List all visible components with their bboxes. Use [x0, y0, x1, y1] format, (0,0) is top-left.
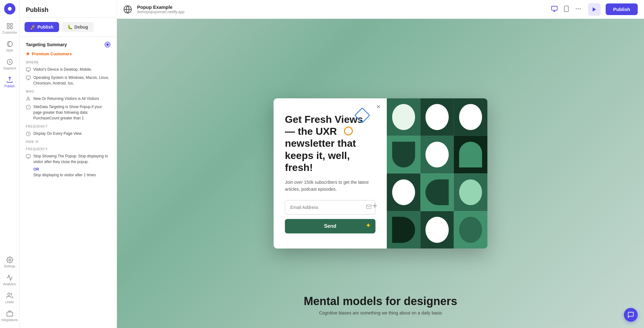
- who-visitors-row: New Or Returning Visitors is All Visitor…: [26, 96, 110, 101]
- geo-shape: [425, 142, 448, 167]
- geo-shape: [425, 217, 448, 243]
- geo-shape: [425, 104, 448, 130]
- rocket-icon: 🚀: [30, 25, 36, 30]
- who-label: WHO: [26, 90, 110, 93]
- data-icon: [26, 105, 31, 110]
- geo-cell: [387, 98, 420, 136]
- popup-modal: ✕ Get Fresh Views — the UXR newsletter t…: [274, 98, 487, 249]
- sidebar-item-publish[interactable]: Publish: [0, 73, 19, 91]
- svg-point-25: [580, 8, 580, 9]
- popup-right: [387, 98, 487, 249]
- sidebar-item-segment[interactable]: Segment: [0, 55, 19, 73]
- mobile-icon: [563, 5, 570, 12]
- sidebar-item-analytics[interactable]: Analytics: [0, 271, 19, 289]
- geo-shape: [459, 217, 482, 243]
- geo-grid: [387, 98, 487, 249]
- icon-bar: Customize Style Segment Publish Settings…: [0, 0, 19, 328]
- monitor-icon-2: [26, 75, 31, 80]
- sidebar-tabs: 🚀 Publish 🐛 Debug: [19, 18, 117, 37]
- geo-shape: [392, 104, 415, 130]
- geo-cell: [387, 211, 420, 249]
- svg-rect-20: [552, 6, 557, 10]
- popup-close-button[interactable]: ✕: [374, 103, 382, 111]
- geo-cell: [420, 136, 454, 173]
- geo-shape: [459, 179, 482, 205]
- geo-shape: [459, 104, 482, 130]
- preview-area: Mental models for designers Cognitive bi…: [117, 19, 644, 328]
- publish-top-button[interactable]: Publish: [606, 3, 638, 15]
- svg-point-23: [576, 8, 576, 9]
- publish-tab[interactable]: 🚀 Publish: [25, 22, 59, 32]
- geo-cell: [454, 211, 487, 249]
- premium-badge: ★ Premium Customers: [26, 51, 110, 56]
- email-input[interactable]: [285, 200, 375, 215]
- geo-cell: [387, 173, 420, 211]
- more-options-button[interactable]: [574, 4, 583, 14]
- chat-icon: [627, 311, 634, 318]
- svg-rect-3: [7, 27, 9, 29]
- geo-cell: [454, 98, 487, 136]
- geo-cell: [454, 136, 487, 173]
- popup-subtitle: Join over 150k subscribers to get the la…: [285, 179, 375, 193]
- preview-button[interactable]: [588, 3, 601, 16]
- globe-icon: [123, 5, 132, 14]
- sidebar-item-customize[interactable]: Customize: [0, 19, 19, 37]
- bug-icon: 🐛: [67, 25, 73, 30]
- geo-cell: [387, 136, 420, 173]
- top-bar: Popup Example demopopupsmart.netlify.app…: [117, 0, 644, 19]
- popup-left: ✕ Get Fresh Views — the UXR newsletter t…: [274, 98, 387, 249]
- svg-rect-11: [26, 76, 30, 79]
- svg-point-12: [27, 97, 29, 99]
- star-shape: ✦: [365, 221, 371, 230]
- more-icon: [575, 5, 582, 12]
- mobile-view-button[interactable]: [562, 4, 571, 14]
- person-icon: [26, 96, 31, 101]
- svg-point-5: [7, 41, 12, 47]
- email-input-wrap: [285, 200, 375, 215]
- sidebar-item-settings[interactable]: Settings: [0, 253, 19, 271]
- chat-button[interactable]: [624, 308, 638, 322]
- popup-overlay: ✕ Get Fresh Views — the UXR newsletter t…: [117, 19, 644, 328]
- desktop-icon: [551, 5, 558, 12]
- or-text: OR: [33, 167, 110, 172]
- svg-rect-4: [10, 27, 12, 29]
- targeting-summary-title: Targeting Summary: [26, 42, 110, 47]
- who-sitedata-row: SiteData Targeting is Show Popup if your…: [26, 104, 110, 121]
- send-button[interactable]: Send: [285, 219, 375, 233]
- app-logo[interactable]: [4, 3, 15, 14]
- desktop-view-button[interactable]: [550, 4, 559, 14]
- svg-rect-1: [7, 24, 9, 25]
- frequency-row: Display On Every Page View.: [26, 131, 110, 136]
- geo-cell: [420, 98, 454, 136]
- svg-rect-2: [10, 24, 12, 25]
- sidebar-item-integrations[interactable]: Integrations: [0, 307, 19, 325]
- geo-cell: [420, 211, 454, 249]
- monitor-stop-icon: [26, 154, 31, 159]
- where-os-row: Operating System is Windows, Macos, Linu…: [26, 75, 110, 86]
- geo-shape: [425, 179, 448, 205]
- sidebar-title: Publish: [26, 6, 110, 14]
- email-icon: [366, 204, 372, 211]
- star-icon: ★: [26, 51, 30, 56]
- where-device-row: Visitor's Device is Desktop, Mobile,: [26, 67, 110, 72]
- app-title-group: Popup Example demopopupsmart.netlify.app: [137, 4, 185, 14]
- sidebar-header: Publish: [19, 0, 117, 18]
- orange-circle-shape: [344, 127, 353, 135]
- svg-point-7: [9, 259, 11, 261]
- stop-times-row: Stop displaying to visitor after 1 times: [26, 172, 110, 178]
- geo-cell: [454, 173, 487, 211]
- sidebar-item-style[interactable]: Style: [0, 37, 19, 55]
- sidebar-panel: Publish 🚀 Publish 🐛 Debug Targeting Summ…: [19, 0, 117, 328]
- clock-icon: [26, 131, 31, 136]
- geo-cell: [420, 173, 454, 211]
- app-url: demopopupsmart.netlify.app: [137, 10, 185, 14]
- hide-if-label: Hide if: [26, 140, 110, 144]
- geo-shape: [459, 142, 482, 167]
- sidebar-item-leads[interactable]: Leads: [0, 289, 19, 307]
- main-area: Popup Example demopopupsmart.netlify.app…: [117, 0, 644, 328]
- frequency-label: FREQUENCY: [26, 125, 110, 128]
- svg-point-0: [8, 7, 12, 11]
- svg-rect-10: [26, 68, 30, 71]
- debug-tab[interactable]: 🐛 Debug: [62, 22, 94, 32]
- monitor-icon: [26, 67, 31, 72]
